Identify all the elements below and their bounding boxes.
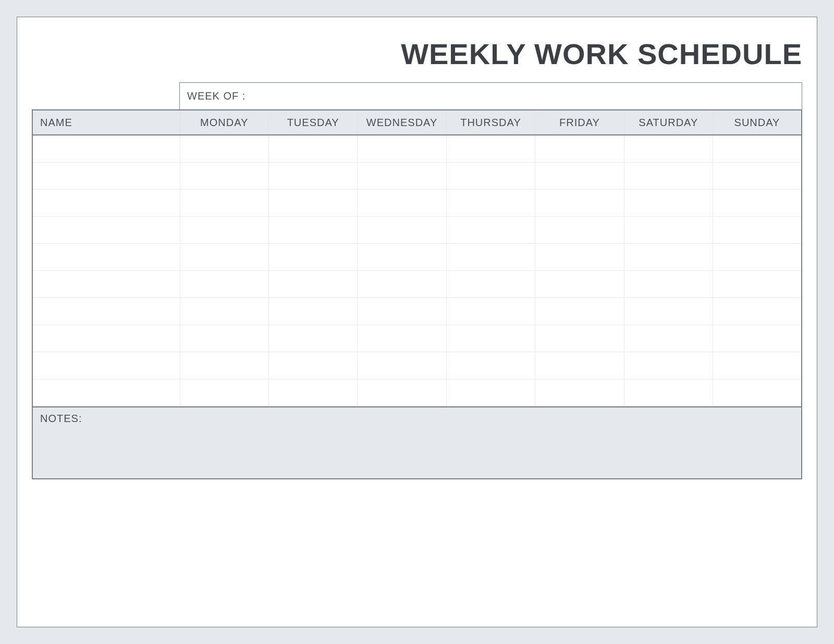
day-cell[interactable]	[446, 270, 535, 298]
day-cell[interactable]	[358, 216, 446, 243]
day-cell[interactable]	[268, 243, 357, 270]
day-cell[interactable]	[446, 189, 535, 216]
day-cell[interactable]	[713, 325, 802, 352]
day-cell[interactable]	[180, 298, 268, 325]
day-cell[interactable]	[535, 162, 624, 189]
day-cell[interactable]	[268, 135, 357, 162]
day-cell[interactable]	[268, 162, 357, 189]
table-row	[32, 325, 802, 352]
day-cell[interactable]	[535, 270, 624, 298]
table-row	[32, 189, 802, 216]
day-cell[interactable]	[268, 298, 357, 325]
day-cell[interactable]	[713, 216, 802, 243]
day-cell[interactable]	[624, 162, 713, 189]
day-cell[interactable]	[624, 298, 713, 325]
day-cell[interactable]	[358, 298, 446, 325]
name-cell[interactable]	[32, 298, 180, 325]
day-cell[interactable]	[446, 162, 535, 189]
day-cell[interactable]	[446, 216, 535, 243]
table-row	[32, 352, 802, 379]
day-cell[interactable]	[446, 379, 535, 406]
day-cell[interactable]	[180, 379, 268, 406]
day-cell[interactable]	[446, 135, 535, 162]
name-cell[interactable]	[32, 270, 180, 298]
day-cell[interactable]	[358, 135, 446, 162]
day-cell[interactable]	[624, 189, 713, 216]
name-cell[interactable]	[32, 135, 180, 162]
day-cell[interactable]	[358, 379, 446, 406]
day-cell[interactable]	[535, 189, 624, 216]
week-of-row: WEEK OF :	[32, 82, 802, 109]
day-cell[interactable]	[535, 379, 624, 406]
day-cell[interactable]	[268, 189, 357, 216]
day-cell[interactable]	[268, 325, 357, 352]
day-cell[interactable]	[268, 216, 357, 243]
name-cell[interactable]	[32, 325, 180, 352]
name-cell[interactable]	[32, 352, 180, 379]
day-cell[interactable]	[624, 270, 713, 298]
day-cell[interactable]	[358, 189, 446, 216]
name-cell[interactable]	[32, 243, 180, 270]
day-cell[interactable]	[713, 135, 802, 162]
schedule-table: NAME MONDAY TUESDAY WEDNESDAY THURSDAY F…	[32, 109, 802, 406]
day-cell[interactable]	[180, 135, 268, 162]
name-cell[interactable]	[32, 189, 180, 216]
day-cell[interactable]	[535, 325, 624, 352]
day-cell[interactable]	[446, 298, 535, 325]
day-cell[interactable]	[180, 189, 268, 216]
table-row	[32, 379, 802, 406]
week-of-spacer	[32, 82, 179, 109]
header-day-mon: MONDAY	[180, 110, 268, 135]
day-cell[interactable]	[535, 298, 624, 325]
header-day-fri: FRIDAY	[535, 110, 624, 135]
table-row	[32, 135, 802, 162]
table-row	[32, 243, 802, 270]
day-cell[interactable]	[713, 379, 802, 406]
day-cell[interactable]	[624, 216, 713, 243]
day-cell[interactable]	[713, 298, 802, 325]
day-cell[interactable]	[446, 352, 535, 379]
day-cell[interactable]	[180, 352, 268, 379]
day-cell[interactable]	[535, 352, 624, 379]
week-of-box[interactable]: WEEK OF :	[179, 82, 802, 109]
day-cell[interactable]	[268, 270, 357, 298]
day-cell[interactable]	[713, 162, 802, 189]
notes-box[interactable]: NOTES:	[32, 406, 802, 479]
day-cell[interactable]	[358, 162, 446, 189]
table-row	[32, 298, 802, 325]
week-of-label: WEEK OF :	[187, 90, 246, 102]
name-cell[interactable]	[32, 379, 180, 406]
header-day-sun: SUNDAY	[713, 110, 802, 135]
day-cell[interactable]	[624, 135, 713, 162]
day-cell[interactable]	[446, 243, 535, 270]
day-cell[interactable]	[713, 243, 802, 270]
name-cell[interactable]	[32, 162, 180, 189]
day-cell[interactable]	[713, 270, 802, 298]
day-cell[interactable]	[535, 216, 624, 243]
day-cell[interactable]	[180, 325, 268, 352]
day-cell[interactable]	[180, 216, 268, 243]
day-cell[interactable]	[180, 162, 268, 189]
header-day-tue: TUESDAY	[268, 110, 357, 135]
day-cell[interactable]	[268, 379, 357, 406]
day-cell[interactable]	[446, 325, 535, 352]
day-cell[interactable]	[358, 352, 446, 379]
day-cell[interactable]	[713, 352, 802, 379]
name-cell[interactable]	[32, 216, 180, 243]
day-cell[interactable]	[535, 135, 624, 162]
day-cell[interactable]	[624, 243, 713, 270]
day-cell[interactable]	[358, 243, 446, 270]
day-cell[interactable]	[268, 352, 357, 379]
day-cell[interactable]	[358, 325, 446, 352]
schedule-page: WEEKLY WORK SCHEDULE WEEK OF : NAME MOND…	[17, 17, 817, 627]
day-cell[interactable]	[624, 352, 713, 379]
day-cell[interactable]	[713, 189, 802, 216]
day-cell[interactable]	[624, 325, 713, 352]
day-cell[interactable]	[358, 270, 446, 298]
header-day-sat: SATURDAY	[624, 110, 713, 135]
day-cell[interactable]	[535, 243, 624, 270]
day-cell[interactable]	[180, 243, 268, 270]
day-cell[interactable]	[624, 379, 713, 406]
day-cell[interactable]	[180, 270, 268, 298]
table-row	[32, 270, 802, 298]
